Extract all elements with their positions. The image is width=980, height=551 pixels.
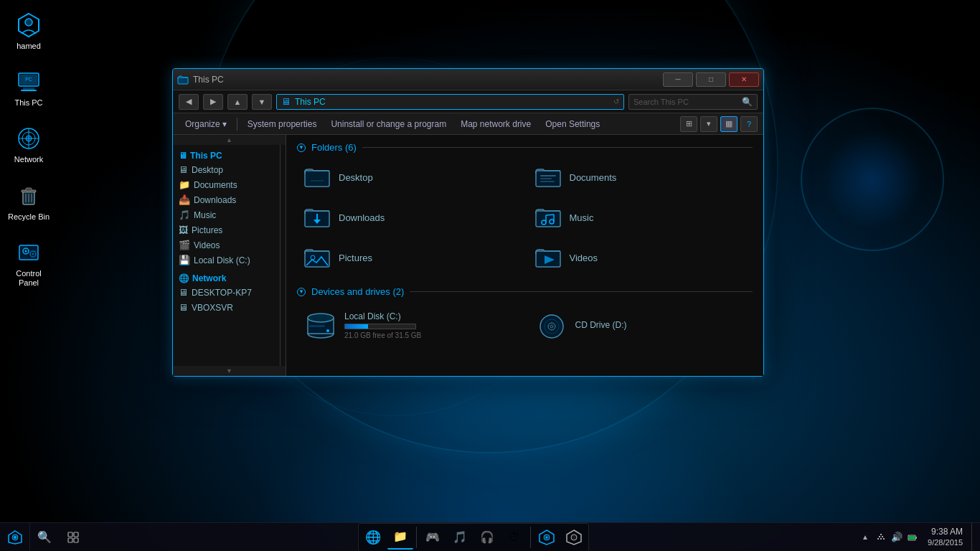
music-sidebar-icon: 🎵 <box>179 209 190 220</box>
sidebar-item-downloads[interactable]: 📥 Downloads <box>173 192 280 207</box>
address-field[interactable]: 🖥 This PC ↺ <box>276 94 624 110</box>
search-placeholder: Search This PC <box>633 98 689 106</box>
svg-line-39 <box>546 215 554 215</box>
cd-drive-info: CD Drive (D:) <box>575 320 627 330</box>
back-button[interactable]: ◀ <box>179 94 199 110</box>
desktop-icon-this-pc[interactable]: PC This PC <box>4 64 54 111</box>
forward-button[interactable]: ▶ <box>203 94 223 110</box>
ie-icon: 🌐 <box>365 529 381 545</box>
sidebar-this-pc-section[interactable]: 🖥 This PC <box>173 148 280 162</box>
tray-network[interactable] <box>875 523 887 552</box>
address-text: This PC <box>295 97 326 107</box>
local-disk-icon <box>304 310 337 340</box>
sidebar-item-vboxsvr[interactable]: 🖥 VBOXSVR <box>173 300 280 315</box>
network-sidebar-icon: 🌐 <box>179 273 189 283</box>
sidebar-network-section[interactable]: 🌐 Network <box>173 270 280 285</box>
folder-item-desktop[interactable]: Desktop <box>297 160 522 194</box>
local-disk-bar <box>344 324 416 329</box>
tray-volume[interactable]: 🔊 <box>890 523 903 552</box>
svg-rect-72 <box>915 537 917 539</box>
desktop-icon-control-panel[interactable]: Control Panel <box>4 235 54 291</box>
svg-point-52 <box>550 325 553 328</box>
open-settings-button[interactable]: Open Settings <box>539 117 606 131</box>
svg-rect-30 <box>540 181 555 182</box>
task-view-button[interactable] <box>59 523 88 552</box>
view-dropdown-button[interactable]: ▾ <box>700 116 717 132</box>
drives-arrow[interactable]: ▼ <box>297 288 306 296</box>
desktop-icon-network[interactable]: Network <box>4 121 54 168</box>
recycle-bin-label: Recycle Bin <box>8 212 50 222</box>
desktop-icon-recycle-bin[interactable]: Recycle Bin <box>4 178 54 225</box>
local-disk-sidebar-label: Local Disk (C:) <box>194 255 250 265</box>
minimize-button[interactable]: ─ <box>663 72 693 87</box>
sidebar-item-videos[interactable]: 🎬 Videos <box>173 237 280 253</box>
sidebar-item-pictures[interactable]: 🖼 Pictures <box>173 222 280 237</box>
svg-rect-3 <box>23 88 34 90</box>
folder-item-music[interactable]: Music <box>528 200 753 235</box>
taskbar-icon-media1[interactable]: 🎮 <box>420 525 446 550</box>
alienware-icon-2 <box>565 529 583 546</box>
taskbar: 🔍 🌐 📁 🎮 🎵 <box>0 522 980 551</box>
taskbar-search-button[interactable]: 🔍 <box>30 523 59 552</box>
show-desktop-button[interactable] <box>971 523 976 552</box>
taskbar-separator-2 <box>530 527 531 548</box>
system-properties-button[interactable]: System properties <box>241 117 324 131</box>
folders-section-label: Folders (6) <box>311 142 357 153</box>
dropdown-button[interactable]: ▼ <box>252 94 272 110</box>
cd-drive-name: CD Drive (D:) <box>575 320 627 330</box>
this-pc-sidebar-label: This PC <box>190 151 222 161</box>
folder-item-pictures[interactable]: Pictures <box>297 240 522 275</box>
organize-button[interactable]: Organize ▾ <box>179 117 233 131</box>
hamed-label: hamed <box>17 42 41 51</box>
taskbar-icon-ie[interactable]: 🌐 <box>360 525 386 550</box>
svg-rect-58 <box>68 538 72 542</box>
desktop-icon-hamed[interactable]: hamed <box>4 7 54 55</box>
drives-grid: Local Disk (C:) 21.0 GB free of 31.5 GB <box>297 304 753 346</box>
help-button[interactable]: ? <box>740 116 758 132</box>
desktop-sidebar-label: Desktop <box>192 165 223 175</box>
up-button[interactable]: ▲ <box>227 94 248 110</box>
sidebar-item-documents[interactable]: 📁 Documents <box>173 177 280 192</box>
folder-item-documents[interactable]: Documents <box>528 160 753 194</box>
sidebar-scroll-up[interactable]: ▲ <box>173 135 286 145</box>
search-field[interactable]: Search This PC 🔍 <box>628 94 758 110</box>
drives-section-label: Devices and drives (2) <box>311 286 404 297</box>
recycle-bin-icon <box>14 182 43 210</box>
tray-chevron[interactable]: ▲ <box>859 523 872 552</box>
drives-section-line <box>410 291 753 292</box>
sidebar-item-music[interactable]: 🎵 Music <box>173 207 280 222</box>
taskbar-icon-clock-widget[interactable]: ⏱ <box>501 525 527 550</box>
folders-arrow[interactable]: ▼ <box>297 143 306 152</box>
view-tiles-button[interactable]: ⊞ <box>680 116 697 132</box>
start-button[interactable] <box>0 523 30 552</box>
map-drive-button[interactable]: Map network drive <box>454 117 537 131</box>
taskbar-icon-explorer[interactable]: 📁 <box>387 525 413 550</box>
system-clock[interactable]: 9:38 AM 9/28/2015 <box>922 527 969 548</box>
folder-item-downloads[interactable]: Downloads <box>297 200 522 235</box>
uninstall-button[interactable]: Uninstall or change a program <box>324 117 453 131</box>
sidebar-item-local-disk[interactable]: 💾 Local Disk (C:) <box>173 253 280 268</box>
taskbar-icon-media2[interactable]: 🎵 <box>447 525 473 550</box>
close-button[interactable]: ✕ <box>729 72 759 87</box>
view-details-button[interactable]: ▦ <box>720 116 738 132</box>
maximize-button[interactable]: □ <box>696 72 726 87</box>
sidebar-scroll-down[interactable]: ▼ <box>173 366 286 376</box>
downloads-folder-icon <box>303 204 331 230</box>
tray-battery[interactable] <box>906 523 919 552</box>
clock-time: 9:38 AM <box>931 527 963 538</box>
sidebar-item-desktop-kp7[interactable]: 🖥 DESKTOP-KP7 <box>173 285 280 300</box>
svg-rect-25 <box>306 172 328 185</box>
window-title: This PC <box>193 75 224 85</box>
refresh-icon[interactable]: ↺ <box>613 98 619 105</box>
folder-item-videos[interactable]: Videos <box>528 240 753 275</box>
taskbar-icon-media3[interactable]: 🎧 <box>474 525 500 550</box>
explorer-window: This PC ─ □ ✕ ◀ ▶ ▲ ▼ 🖥 This PC ↺ Search… <box>172 68 764 377</box>
drive-item-d[interactable]: CD Drive (D:) <box>528 304 753 346</box>
music-sidebar-label: Music <box>194 210 216 220</box>
folders-section-line <box>362 147 753 148</box>
main-panel: ▼ Folders (6) Desktop <box>286 135 763 376</box>
drive-item-c[interactable]: Local Disk (C:) 21.0 GB free of 31.5 GB <box>297 304 522 346</box>
taskbar-icon-aw2[interactable] <box>561 525 587 550</box>
taskbar-icon-aw1[interactable] <box>534 525 560 550</box>
sidebar-item-desktop[interactable]: 🖥 Desktop <box>173 162 280 177</box>
